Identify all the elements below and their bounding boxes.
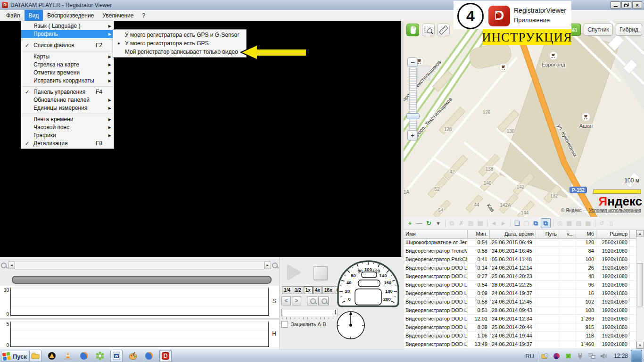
firefox2-icon[interactable] [143,350,155,362]
map-zoom-in-button[interactable]: + [407,130,418,140]
close-button[interactable]: × [632,1,642,8]
view-menu-item[interactable]: Графики▶ [21,132,114,140]
power-icon[interactable] [576,351,585,361]
view-menu-item[interactable]: Часовой пояс▶ [21,123,114,132]
aimp-icon[interactable] [46,350,58,362]
network-icon[interactable] [587,351,597,361]
language-indicator[interactable]: RU [525,353,534,360]
profile-submenu-item[interactable]: У моего регистратора есть GPS и G-Sensor [113,31,246,39]
zoom-select-tool-button[interactable] [422,24,435,36]
table-row[interactable]: Видеорегистратор DOD LS430W про.12:0124.… [404,315,644,323]
icq-tray-icon[interactable] [564,351,573,361]
column-header-3[interactable]: Дата, время [490,230,536,238]
view-menu-item[interactable]: Список файлов✓F2 [21,41,114,49]
rotate-icon[interactable]: ↺ [597,219,606,228]
map-zoom-handle[interactable] [406,113,420,119]
map-zoom-track[interactable] [409,67,417,131]
view-menu-item[interactable]: Профиль▶ [21,30,114,38]
stop-button[interactable] [314,266,327,280]
loop-ab-checkbox[interactable] [281,321,288,328]
taskbar-clock[interactable]: 12:28 [614,353,628,359]
menubar-item-воспроизведение[interactable]: Воспроизведение [43,10,98,21]
app-tray-icon[interactable] [552,351,561,361]
timeline-scroll-track[interactable] [15,261,264,270]
layers-active-icon[interactable]: ⧉ [541,218,551,228]
zoom-out-button[interactable] [307,296,317,305]
timeline-scroll-right-button[interactable]: ► [264,262,271,269]
step-back-button[interactable]: < [281,296,291,305]
column-header-1[interactable]: Имя [404,230,468,238]
timeline-bar[interactable] [12,276,272,284]
ruler-tool-button[interactable] [437,24,450,36]
table-row[interactable]: Видеорегистратор DOD LS430W про.13:4924.… [404,340,644,349]
minimize-button[interactable] [611,1,620,8]
grid2-icon[interactable]: ▨ [574,219,583,228]
table-row[interactable]: Видеорегистратор ParkCity HD 750 т.0:410… [404,255,644,264]
icq-icon[interactable] [94,350,106,362]
ab-range-slider[interactable] [281,309,338,316]
table-row[interactable]: Видеорегистратор DOD LS430W про.0:0924.0… [404,289,644,298]
table-scrollbar[interactable]: ▲ ▼ [636,230,644,349]
timeline-zoom-in-icon[interactable] [272,263,278,269]
remove-file-icon[interactable]: — [415,219,424,228]
profile-submenu-item[interactable]: Мой регистратор записывает только видео [113,48,246,56]
view-menu-item[interactable]: Стрелка на карте▶ [21,61,114,69]
table-row[interactable]: Широкоформатное от Jenek0:5426.06.2015 0… [404,239,644,247]
speed-button-16x[interactable]: 16x [322,286,334,294]
table-row[interactable]: Видеорегистратор DOD LS430W про.0:1424.0… [404,264,644,272]
view-menu-item[interactable]: Карты▶ [21,53,114,61]
map-mode-satellite-button[interactable]: Спутник [584,24,613,36]
play-button[interactable] [288,265,300,280]
doc-icon[interactable]: ▯ [607,219,616,228]
save-icon[interactable]: ▥ [466,219,475,228]
table-row[interactable]: Видеорегистратор DOD LS430W про.0:5428.0… [404,281,644,289]
zoom-in-button[interactable] [318,296,329,305]
column-header-4[interactable]: Путь [536,230,559,238]
menubar-item-вид[interactable]: Вид [25,10,43,21]
delete-icon[interactable]: ✗ [457,219,466,228]
speed-button-1-4[interactable]: 1/4 [282,286,292,294]
copy-icon[interactable]: ⧉ [447,219,456,228]
explorer-icon[interactable] [29,350,41,362]
update-icon[interactable]: i [540,351,550,361]
column-header-2[interactable]: Мин. [468,230,490,238]
table-row[interactable]: Видеорегистратор DOD LS430W про.0:2725.0… [404,272,644,281]
map-mode-hybrid-button[interactable]: Гибрид [616,24,642,36]
add-panel-icon[interactable]: ❏ [512,219,521,228]
datakam-icon[interactable]: D [159,350,172,362]
show-desktop-button[interactable] [631,350,642,362]
start-button[interactable]: Пуск [1,351,29,362]
pan-tool-button[interactable] [406,24,419,36]
firefox-icon[interactable] [78,350,90,362]
speed-button-1x[interactable]: 1x [304,286,313,294]
view-menu-item[interactable]: Лента времени▶ [21,115,114,123]
terms-of-use-link[interactable]: Условия использования [589,208,641,213]
disc-icon[interactable]: ◎ [555,219,564,228]
column-header-6[interactable]: Мб [576,230,596,238]
view-menu-item[interactable]: Отметки времени▶ [21,69,114,77]
map-zoom-out-button[interactable]: − [407,58,418,67]
view-menu-item[interactable]: Единицы измерения▶ [21,104,114,112]
word-icon[interactable]: W [110,350,123,362]
paint-icon[interactable] [127,350,139,362]
more-icon[interactable]: ▾ [434,219,443,228]
view-menu-item[interactable]: Исправить координаты▶ [21,77,114,85]
speed-button-1-2[interactable]: 1/2 [293,286,303,294]
table-row[interactable]: Видеорегистратор DOD LS430W про.0:5128.0… [404,306,644,315]
timeline-zoom-out-icon[interactable] [1,263,7,269]
scroll-thumb[interactable] [637,263,643,306]
undo-icon[interactable]: ◄ [489,219,498,228]
table-row[interactable]: Видеорегистратор DOD LS430W про.0:5824.0… [404,298,644,306]
grid-icon[interactable]: ▦ [565,219,574,228]
grid3-icon[interactable]: ▩ [584,219,593,228]
profile-submenu-item[interactable]: У моего регистратора есть GPS● [113,39,246,48]
view-menu-item[interactable]: Язык ( Language )▶ [21,22,114,30]
table-row[interactable]: Видеорегистратор TrendVision TV-10.0:582… [404,247,644,255]
menubar-item-увеличение[interactable]: Увеличение [98,10,138,21]
panel-icon[interactable]: ▢ [522,219,531,228]
menubar-item-файл[interactable]: Файл [2,10,25,21]
scroll-up-button[interactable]: ▲ [636,230,644,237]
table-row[interactable]: Видеорегистратор DOD LS430W про.8:3925.0… [404,323,644,332]
table-row[interactable]: Видеорегистратор DOD LS430W про.1:0624.0… [404,332,644,340]
column-header-5[interactable]: к... [559,230,576,238]
